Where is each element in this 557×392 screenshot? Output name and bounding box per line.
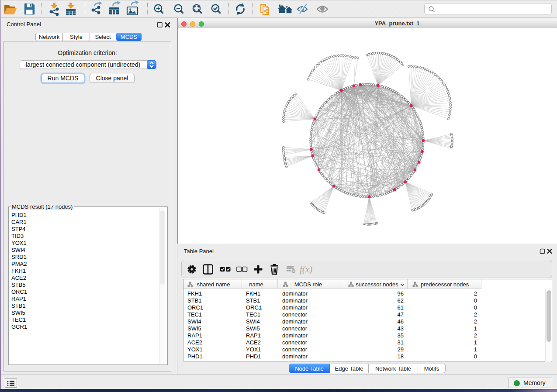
svg-text:f(x): f(x) — [300, 264, 312, 275]
